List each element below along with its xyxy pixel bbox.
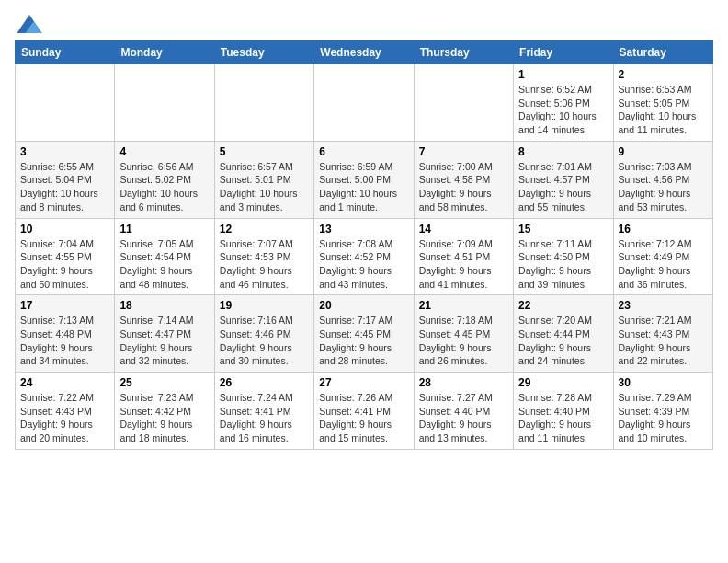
day-info: Sunrise: 7:03 AM Sunset: 4:56 PM Dayligh… — [619, 160, 708, 214]
calendar-cell: 16Sunrise: 7:12 AM Sunset: 4:49 PM Dayli… — [613, 218, 712, 295]
calendar-cell — [16, 64, 115, 142]
day-number: 8 — [518, 145, 608, 158]
day-info: Sunrise: 7:12 AM Sunset: 4:49 PM Dayligh… — [619, 237, 708, 292]
day-number: 10 — [20, 223, 109, 236]
day-info: Sunrise: 7:16 AM Sunset: 4:46 PM Dayligh… — [220, 314, 309, 368]
calendar-cell: 11Sunrise: 7:05 AM Sunset: 4:54 PM Dayli… — [115, 218, 214, 295]
calendar-cell: 30Sunrise: 7:29 AM Sunset: 4:39 PM Dayli… — [613, 373, 712, 450]
calendar-cell: 19Sunrise: 7:16 AM Sunset: 4:46 PM Dayli… — [214, 295, 313, 373]
day-number: 29 — [518, 376, 608, 389]
day-number: 2 — [619, 68, 708, 81]
day-info: Sunrise: 7:04 AM Sunset: 4:55 PM Dayligh… — [20, 237, 109, 292]
calendar-week-row: 17Sunrise: 7:13 AM Sunset: 4:48 PM Dayli… — [16, 295, 713, 373]
day-number: 11 — [119, 223, 209, 236]
day-info: Sunrise: 7:13 AM Sunset: 4:48 PM Dayligh… — [20, 314, 109, 368]
calendar-week-row: 1Sunrise: 6:52 AM Sunset: 5:06 PM Daylig… — [16, 64, 713, 142]
calendar-cell: 28Sunrise: 7:27 AM Sunset: 4:40 PM Dayli… — [414, 373, 513, 450]
calendar-cell: 2Sunrise: 6:53 AM Sunset: 5:05 PM Daylig… — [613, 64, 712, 142]
calendar-cell: 20Sunrise: 7:17 AM Sunset: 4:45 PM Dayli… — [314, 295, 414, 373]
calendar-week-row: 24Sunrise: 7:22 AM Sunset: 4:43 PM Dayli… — [16, 373, 713, 450]
calendar-cell: 4Sunrise: 6:56 AM Sunset: 5:02 PM Daylig… — [115, 141, 214, 218]
day-info: Sunrise: 7:21 AM Sunset: 4:43 PM Dayligh… — [619, 314, 708, 368]
calendar-cell: 23Sunrise: 7:21 AM Sunset: 4:43 PM Dayli… — [613, 295, 712, 373]
calendar-cell: 7Sunrise: 7:00 AM Sunset: 4:58 PM Daylig… — [414, 141, 513, 218]
day-info: Sunrise: 7:14 AM Sunset: 4:47 PM Dayligh… — [119, 314, 209, 368]
page-header — [15, 15, 713, 29]
day-number: 13 — [319, 223, 408, 236]
day-header-monday: Monday — [115, 41, 214, 64]
day-info: Sunrise: 6:59 AM Sunset: 5:00 PM Dayligh… — [319, 160, 408, 214]
day-info: Sunrise: 7:24 AM Sunset: 4:41 PM Dayligh… — [220, 391, 309, 445]
day-number: 3 — [20, 145, 109, 158]
day-header-friday: Friday — [514, 41, 613, 64]
calendar-cell: 15Sunrise: 7:11 AM Sunset: 4:50 PM Dayli… — [514, 218, 613, 295]
calendar-cell: 10Sunrise: 7:04 AM Sunset: 4:55 PM Dayli… — [16, 218, 115, 295]
day-number: 4 — [119, 145, 209, 158]
day-number: 28 — [419, 376, 508, 389]
day-header-sunday: Sunday — [16, 41, 115, 64]
logo-icon — [17, 15, 42, 33]
day-info: Sunrise: 7:09 AM Sunset: 4:51 PM Dayligh… — [419, 237, 508, 292]
day-info: Sunrise: 7:18 AM Sunset: 4:45 PM Dayligh… — [419, 314, 508, 368]
day-info: Sunrise: 7:26 AM Sunset: 4:41 PM Dayligh… — [319, 391, 408, 445]
day-info: Sunrise: 7:20 AM Sunset: 4:44 PM Dayligh… — [518, 314, 608, 368]
day-number: 25 — [119, 376, 209, 389]
day-number: 16 — [619, 223, 708, 236]
calendar-cell: 21Sunrise: 7:18 AM Sunset: 4:45 PM Dayli… — [414, 295, 513, 373]
day-number: 23 — [619, 299, 708, 312]
calendar-cell: 6Sunrise: 6:59 AM Sunset: 5:00 PM Daylig… — [314, 141, 414, 218]
calendar-cell: 18Sunrise: 7:14 AM Sunset: 4:47 PM Dayli… — [115, 295, 214, 373]
calendar-cell: 27Sunrise: 7:26 AM Sunset: 4:41 PM Dayli… — [314, 373, 414, 450]
day-number: 22 — [518, 299, 608, 312]
day-number: 27 — [319, 376, 408, 389]
calendar-cell: 29Sunrise: 7:28 AM Sunset: 4:40 PM Dayli… — [514, 373, 613, 450]
calendar-cell: 1Sunrise: 6:52 AM Sunset: 5:06 PM Daylig… — [514, 64, 613, 142]
calendar-cell: 8Sunrise: 7:01 AM Sunset: 4:57 PM Daylig… — [514, 141, 613, 218]
day-info: Sunrise: 6:55 AM Sunset: 5:04 PM Dayligh… — [20, 160, 109, 214]
calendar-cell: 9Sunrise: 7:03 AM Sunset: 4:56 PM Daylig… — [613, 141, 712, 218]
day-number: 21 — [419, 299, 508, 312]
calendar-cell: 25Sunrise: 7:23 AM Sunset: 4:42 PM Dayli… — [115, 373, 214, 450]
day-info: Sunrise: 7:11 AM Sunset: 4:50 PM Dayligh… — [518, 237, 608, 292]
day-info: Sunrise: 7:05 AM Sunset: 4:54 PM Dayligh… — [119, 237, 209, 292]
day-header-thursday: Thursday — [414, 41, 513, 64]
day-info: Sunrise: 7:23 AM Sunset: 4:42 PM Dayligh… — [119, 391, 209, 445]
day-number: 14 — [419, 223, 508, 236]
day-info: Sunrise: 7:22 AM Sunset: 4:43 PM Dayligh… — [20, 391, 109, 445]
calendar-cell: 17Sunrise: 7:13 AM Sunset: 4:48 PM Dayli… — [16, 295, 115, 373]
day-number: 30 — [619, 376, 708, 389]
day-info: Sunrise: 7:27 AM Sunset: 4:40 PM Dayligh… — [419, 391, 508, 445]
day-info: Sunrise: 7:01 AM Sunset: 4:57 PM Dayligh… — [518, 160, 608, 214]
day-info: Sunrise: 6:57 AM Sunset: 5:01 PM Dayligh… — [220, 160, 309, 214]
calendar-cell: 12Sunrise: 7:07 AM Sunset: 4:53 PM Dayli… — [214, 218, 313, 295]
day-info: Sunrise: 7:28 AM Sunset: 4:40 PM Dayligh… — [518, 391, 608, 445]
calendar-cell: 5Sunrise: 6:57 AM Sunset: 5:01 PM Daylig… — [214, 141, 313, 218]
day-info: Sunrise: 6:52 AM Sunset: 5:06 PM Dayligh… — [518, 83, 608, 137]
day-header-tuesday: Tuesday — [214, 41, 313, 64]
calendar-cell — [314, 64, 414, 142]
day-number: 6 — [319, 145, 408, 158]
calendar-cell — [214, 64, 313, 142]
day-number: 1 — [518, 68, 608, 81]
calendar-table: SundayMondayTuesdayWednesdayThursdayFrid… — [15, 40, 713, 450]
calendar-week-row: 10Sunrise: 7:04 AM Sunset: 4:55 PM Dayli… — [16, 218, 713, 295]
day-number: 15 — [518, 223, 608, 236]
day-number: 20 — [319, 299, 408, 312]
day-number: 12 — [220, 223, 309, 236]
day-number: 9 — [619, 145, 708, 158]
calendar-cell: 13Sunrise: 7:08 AM Sunset: 4:52 PM Dayli… — [314, 218, 414, 295]
calendar-cell — [115, 64, 214, 142]
calendar-week-row: 3Sunrise: 6:55 AM Sunset: 5:04 PM Daylig… — [16, 141, 713, 218]
calendar-header-row: SundayMondayTuesdayWednesdayThursdayFrid… — [16, 41, 713, 64]
day-info: Sunrise: 6:53 AM Sunset: 5:05 PM Dayligh… — [619, 83, 708, 137]
calendar-cell: 3Sunrise: 6:55 AM Sunset: 5:04 PM Daylig… — [16, 141, 115, 218]
day-info: Sunrise: 7:07 AM Sunset: 4:53 PM Dayligh… — [220, 237, 309, 292]
day-number: 26 — [220, 376, 309, 389]
calendar-cell: 22Sunrise: 7:20 AM Sunset: 4:44 PM Dayli… — [514, 295, 613, 373]
calendar-cell: 14Sunrise: 7:09 AM Sunset: 4:51 PM Dayli… — [414, 218, 513, 295]
day-header-saturday: Saturday — [613, 41, 712, 64]
day-info: Sunrise: 7:17 AM Sunset: 4:45 PM Dayligh… — [319, 314, 408, 368]
day-number: 24 — [20, 376, 109, 389]
day-info: Sunrise: 6:56 AM Sunset: 5:02 PM Dayligh… — [119, 160, 209, 214]
day-number: 18 — [119, 299, 209, 312]
